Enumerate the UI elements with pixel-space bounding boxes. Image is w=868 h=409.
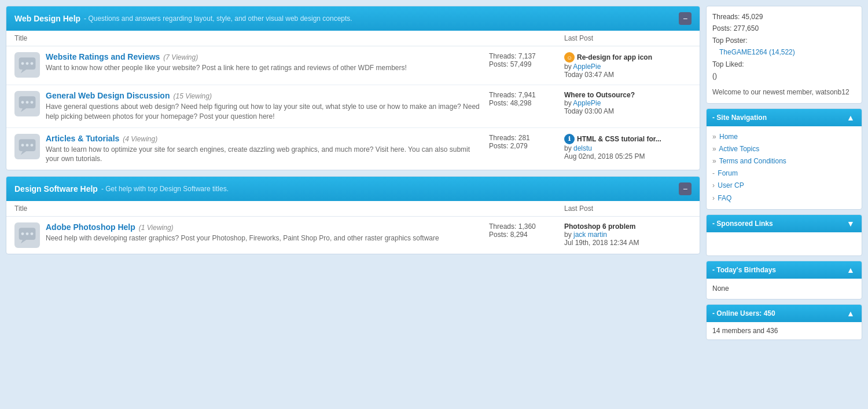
chat-icon-2: [18, 94, 36, 113]
top-poster-value: TheGAME1264 (14,522): [712, 46, 856, 58]
sidebar: Threads: 45,029 Posts: 277,650 Top Poste…: [706, 6, 862, 340]
last-post-time-3: Aug 02nd, 2018 05:25 PM: [564, 152, 692, 160]
svg-point-16: [21, 232, 24, 235]
last-post-author-link-2[interactable]: ApplePie: [573, 99, 601, 107]
sponsored-links-title: - Sponsored Links: [712, 220, 773, 228]
design-section-title: Design Software Help: [14, 184, 98, 193]
forum-title-row: Website Ratings and Reviews (7 Viewing): [46, 52, 483, 61]
forum-icon-adobe-photoshop: [14, 222, 40, 248]
online-users-body: 14 members and 436: [707, 322, 862, 339]
last-post-author-link[interactable]: ApplePie: [573, 63, 601, 71]
forum-link-website-ratings[interactable]: Website Ratings and Reviews: [46, 52, 160, 61]
todays-birthdays-toggle[interactable]: ▲: [845, 265, 856, 275]
col-title-header: Title: [14, 34, 564, 42]
nav-link-usercp[interactable]: User CP: [718, 181, 744, 189]
forum-info-website-ratings: Website Ratings and Reviews (7 Viewing) …: [46, 52, 483, 73]
top-poster-link[interactable]: TheGAME1264 (14,522): [719, 48, 795, 56]
online-users-content: 14 members and 436: [712, 327, 778, 335]
forum-title-row-2: General Web Design Discussion (15 Viewin…: [46, 91, 483, 100]
svg-point-6: [21, 101, 24, 104]
last-post-time: Today 03:47 AM: [564, 71, 692, 79]
forum-info-articles-tutorials: Articles & Tutorials (4 Viewing) Want to…: [46, 134, 483, 165]
threads-count: Threads: 45,029: [712, 11, 856, 23]
threads-stat-3: Threads: 281: [489, 134, 558, 142]
forum-link-articles-tutorials[interactable]: Articles & Tutorials: [46, 134, 119, 143]
col-lastpost-header: Last Post: [564, 34, 692, 42]
col-lastpost-header-2: Last Post: [564, 204, 692, 213]
forum-viewing-count-3: (4 Viewing): [123, 135, 157, 143]
last-post-author-link-4[interactable]: jack martin: [573, 231, 607, 239]
nav-link-home[interactable]: Home: [719, 133, 738, 141]
posts-stat-2: Posts: 48,298: [489, 99, 558, 107]
nav-link-active-topics[interactable]: Active Topics: [719, 145, 759, 153]
forum-lastpost-general-web-design: Where to Outsource? by ApplePie Today 03…: [564, 91, 692, 115]
top-liked-value: (): [712, 70, 856, 82]
arrow-icon-active-topics: »: [712, 145, 716, 153]
last-post-by-3: by delstu: [564, 144, 692, 152]
todays-birthdays-widget: - Today's Birthdays ▲ None: [706, 261, 862, 300]
birthdays-content: None: [712, 284, 729, 293]
todays-birthdays-header: - Today's Birthdays ▲: [707, 261, 862, 279]
stats-widget: Threads: 45,029 Posts: 277,650 Top Poste…: [706, 6, 862, 104]
site-navigation-header: - Site Navigation ▲: [707, 109, 862, 126]
forum-info-adobe-photoshop: Adobe Photoshop Help (1 Viewing) Need he…: [46, 222, 483, 243]
forum-title-row-3: Articles & Tutorials (4 Viewing): [46, 134, 483, 143]
nav-link-faq[interactable]: FAQ: [718, 194, 731, 202]
forum-row-articles-tutorials: Articles & Tutorials (4 Viewing) Want to…: [6, 128, 700, 170]
threads-stat-2: Threads: 7,941: [489, 91, 558, 99]
last-post-time-2: Today 03:00 AM: [564, 107, 692, 115]
web-design-forum-table: Title Last Post: [6, 31, 700, 170]
design-section-title-group: Design Software Help - Get help with top…: [14, 184, 229, 193]
svg-point-8: [31, 101, 34, 104]
top-poster-label: Top Poster:: [712, 35, 856, 46]
last-post-title-2: Where to Outsource?: [564, 91, 692, 99]
svg-point-7: [26, 101, 29, 104]
last-post-title: ☺ Re-design for app icon: [564, 52, 692, 63]
design-software-help-toggle[interactable]: −: [679, 182, 692, 195]
nav-item-faq: › FAQ: [712, 192, 856, 204]
posts-stat-4: Posts: 8,294: [489, 231, 558, 239]
posts-stat: Posts: 57,499: [489, 60, 558, 68]
nav-item-usercp: › User CP: [712, 180, 856, 192]
svg-point-3: [31, 62, 34, 65]
online-users-header: - Online Users: 450 ▲: [707, 305, 862, 322]
svg-point-11: [21, 144, 24, 147]
forum-stats-adobe-photoshop: Threads: 1,360 Posts: 8,294: [489, 222, 558, 239]
sponsored-links-widget: - Sponsored Links ▼: [706, 214, 862, 256]
nav-link-forum[interactable]: Forum: [718, 169, 738, 177]
last-post-title-4: Photoshop 6 problem: [564, 222, 692, 231]
design-section-subtitle: - Get help with top Design Software titl…: [101, 185, 229, 193]
forum-link-adobe-photoshop[interactable]: Adobe Photoshop Help: [46, 222, 135, 232]
nav-item-home: » Home: [712, 131, 856, 143]
forum-desc-articles-tutorials: Want to learn how to optimize your site …: [46, 145, 483, 165]
forum-icon-website-ratings: [14, 52, 40, 78]
forum-lastpost-articles-tutorials: ℹ HTML & CSS tutorial for... by delstu A…: [564, 134, 692, 160]
posts-count: Posts: 277,650: [712, 23, 856, 34]
arrow-icon-terms: »: [712, 157, 716, 165]
svg-marker-9: [21, 108, 27, 112]
forum-desc-general-web-design: Have general questions about web design?…: [46, 102, 483, 122]
nav-link-terms[interactable]: Terms and Conditions: [719, 157, 786, 165]
web-design-help-toggle[interactable]: −: [679, 12, 692, 25]
forum-stats-general-web-design: Threads: 7,941 Posts: 48,298: [489, 91, 558, 107]
last-post-author-link-3[interactable]: delstu: [573, 144, 592, 152]
online-users-toggle[interactable]: ▲: [845, 308, 856, 319]
threads-stat: Threads: 7,137: [489, 52, 558, 60]
chat-icon-4: [18, 226, 36, 244]
site-navigation-toggle[interactable]: ▲: [845, 112, 856, 123]
forum-stats-website-ratings: Threads: 7,137 Posts: 57,499: [489, 52, 558, 68]
forum-link-general-web-design[interactable]: General Web Design Discussion: [46, 91, 170, 100]
sponsored-links-body: [707, 232, 862, 255]
design-forum-table-header: Title Last Post: [6, 201, 700, 217]
svg-point-13: [31, 144, 34, 147]
forum-row-adobe-photoshop: Adobe Photoshop Help (1 Viewing) Need he…: [6, 217, 700, 254]
last-post-by-2: by ApplePie: [564, 99, 692, 107]
design-software-help-header: Design Software Help - Get help with top…: [6, 177, 700, 201]
sponsored-links-toggle[interactable]: ▼: [845, 218, 856, 229]
arrow-icon-forum: -: [712, 169, 715, 177]
section-subtitle: - Questions and answers regarding layout…: [84, 14, 352, 23]
posts-stat-3: Posts: 2,079: [489, 142, 558, 150]
last-post-title-3: ℹ HTML & CSS tutorial for...: [564, 134, 692, 144]
arrow-icon-home: »: [712, 133, 716, 141]
forum-stats-articles-tutorials: Threads: 281 Posts: 2,079: [489, 134, 558, 150]
